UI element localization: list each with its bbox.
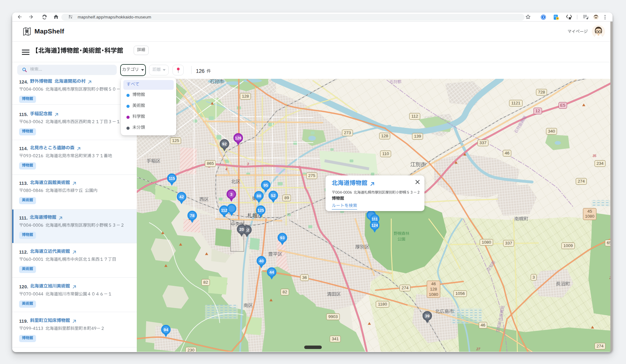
svg-text:275: 275 [308, 173, 316, 178]
svg-text:337: 337 [505, 241, 512, 245]
svg-text:337: 337 [480, 140, 487, 145]
svg-text:94: 94 [164, 327, 168, 332]
svg-text:39: 39 [425, 314, 429, 318]
svg-text:82: 82 [203, 280, 208, 285]
svg-text:128: 128 [381, 134, 388, 138]
svg-text:65: 65 [607, 240, 610, 245]
svg-text:341: 341 [332, 336, 339, 341]
svg-text:46: 46 [480, 323, 485, 327]
svg-text:44: 44 [269, 270, 274, 275]
svg-text:4: 4 [225, 167, 227, 171]
svg-text:125: 125 [258, 208, 264, 213]
svg-text:112: 112 [221, 208, 227, 213]
svg-text:12: 12 [535, 109, 540, 113]
svg-text:9903: 9903 [328, 314, 338, 319]
svg-text:52: 52 [271, 193, 275, 198]
svg-text:1180: 1180 [378, 302, 387, 306]
svg-text:274: 274 [578, 179, 585, 184]
svg-text:728: 728 [538, 90, 545, 94]
svg-text:110: 110 [382, 151, 389, 156]
svg-text:95: 95 [264, 183, 268, 188]
svg-text:1080: 1080 [482, 240, 491, 245]
svg-text:128: 128 [242, 94, 249, 99]
svg-text:35: 35 [593, 154, 597, 158]
svg-text:78: 78 [190, 213, 194, 218]
svg-text:1009: 1009 [563, 243, 573, 248]
svg-text:1080: 1080 [429, 292, 438, 297]
svg-text:46: 46 [431, 281, 436, 286]
svg-text:230: 230 [187, 348, 195, 352]
svg-text:92: 92 [222, 142, 227, 146]
svg-text:88: 88 [257, 194, 261, 198]
svg-text:42: 42 [179, 195, 184, 199]
svg-text:45: 45 [587, 209, 592, 214]
svg-text:89: 89 [284, 195, 289, 200]
svg-text:1080: 1080 [585, 214, 594, 219]
svg-text:126: 126 [235, 136, 242, 140]
svg-text:115: 115 [169, 176, 175, 181]
svg-text:27: 27 [476, 347, 480, 351]
svg-text:112: 112 [411, 114, 418, 119]
svg-text:274: 274 [402, 286, 409, 290]
svg-text:139: 139 [414, 134, 421, 139]
svg-text:124: 124 [372, 223, 378, 228]
svg-text:93: 93 [280, 235, 285, 240]
svg-text:125: 125 [172, 138, 179, 143]
svg-text:3: 3 [247, 162, 249, 166]
svg-text:46: 46 [505, 151, 509, 155]
svg-text:E5: E5 [560, 103, 566, 108]
svg-text:1121: 1121 [511, 101, 520, 105]
svg-text:865: 865 [207, 161, 214, 166]
svg-text:3: 3 [230, 192, 232, 197]
svg-text:128: 128 [430, 287, 437, 291]
svg-text:1056: 1056 [455, 291, 465, 296]
svg-text:340: 340 [548, 129, 555, 134]
svg-text:274: 274 [597, 344, 604, 348]
svg-text:40: 40 [259, 259, 264, 263]
svg-text:36: 36 [302, 275, 307, 280]
svg-text:20: 20 [239, 227, 244, 232]
svg-text:82: 82 [282, 290, 287, 294]
svg-text:234: 234 [597, 161, 604, 166]
svg-text:3: 3 [532, 275, 535, 280]
svg-text:273: 273 [344, 130, 351, 135]
